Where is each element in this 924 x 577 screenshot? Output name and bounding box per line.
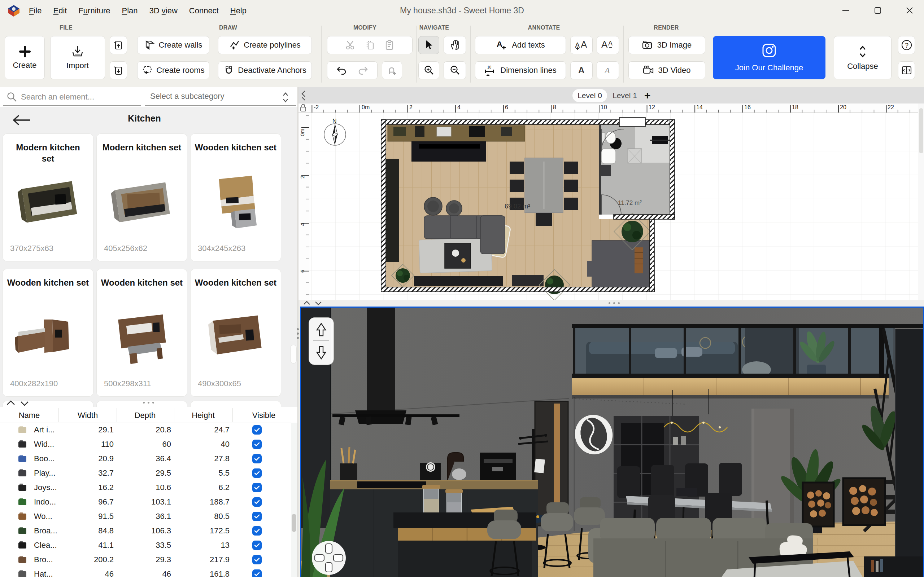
plan-scrollbar-thumb[interactable] bbox=[919, 108, 923, 153]
search-input[interactable] bbox=[21, 90, 136, 104]
add-furniture-button[interactable] bbox=[382, 61, 402, 79]
furniture-row[interactable]: Bro... 200.2 29.3 217.9 bbox=[0, 553, 291, 567]
plan-tall-cabinet[interactable] bbox=[386, 159, 399, 262]
undo-icon[interactable] bbox=[336, 65, 347, 76]
furniture-row[interactable]: Art i... 29.1 20.8 24.7 bbox=[0, 423, 291, 437]
furniture-list-scrollbar[interactable] bbox=[291, 423, 297, 577]
select-tool-button[interactable] bbox=[418, 36, 439, 54]
create-walls-button[interactable]: Create walls bbox=[137, 36, 209, 54]
add-level-button[interactable]: + bbox=[644, 88, 651, 103]
import-button[interactable]: Import bbox=[50, 36, 105, 79]
elevation-control[interactable] bbox=[309, 318, 334, 365]
close-button[interactable] bbox=[901, 3, 918, 18]
italic-button[interactable]: A bbox=[597, 61, 619, 79]
catalog-item-card[interactable]: Wooden kitchen set 400x282x190 bbox=[3, 269, 93, 396]
minimize-button[interactable] bbox=[837, 3, 854, 18]
catalog-splitter-handle[interactable] bbox=[143, 402, 154, 403]
plan-tv-unit[interactable] bbox=[414, 275, 544, 286]
catalog-scrollbar-thumb[interactable] bbox=[290, 345, 297, 364]
column-header-height[interactable]: Height bbox=[181, 409, 225, 422]
visible-checkbox[interactable] bbox=[252, 440, 262, 449]
visible-checkbox[interactable] bbox=[252, 483, 262, 492]
visible-checkbox[interactable] bbox=[252, 454, 262, 463]
create-3d-video-button[interactable]: 3D Video bbox=[628, 61, 705, 79]
furniture-row[interactable]: Hat... 46 46 161.8 bbox=[0, 567, 291, 577]
zoom-out-button[interactable] bbox=[444, 61, 466, 79]
furniture-list-scrollbar-thumb[interactable] bbox=[292, 514, 296, 532]
furniture-row[interactable]: Clea... 41.1 33.5 13 bbox=[0, 538, 291, 553]
plan-view[interactable]: 69.02 m² 11.72 m² N -2 0m 2 4 6 8 10 12 … bbox=[299, 103, 924, 300]
column-header-depth[interactable]: Depth bbox=[123, 409, 167, 422]
plan-entrance-door[interactable] bbox=[619, 118, 645, 127]
column-header-name[interactable]: Name bbox=[7, 409, 51, 422]
help-button[interactable]: ? bbox=[898, 36, 915, 54]
create-rooms-button[interactable]: Create rooms bbox=[137, 61, 209, 79]
dimension-lines-button[interactable]: 10 Dimension lines bbox=[475, 61, 566, 79]
deactivate-anchors-button[interactable]: Deactivate Anchors bbox=[218, 61, 312, 79]
create-button[interactable]: Create bbox=[5, 36, 45, 79]
cut-icon[interactable] bbox=[345, 40, 356, 50]
furniture-row[interactable]: Broa... 84.8 106.3 172.5 bbox=[0, 524, 291, 538]
plan-3d-splitter[interactable] bbox=[299, 300, 924, 306]
dpad-right-icon[interactable] bbox=[333, 554, 343, 561]
visible-checkbox[interactable] bbox=[252, 526, 262, 535]
splitter-collapse-arrows[interactable] bbox=[302, 300, 326, 306]
dpad-left-icon[interactable] bbox=[315, 554, 324, 561]
catalog-item-card[interactable]: Wooden kitchen set 490x300x65 bbox=[191, 269, 281, 396]
subcategory-select[interactable]: Select a subcategory bbox=[150, 92, 224, 101]
dpad-control[interactable] bbox=[312, 541, 346, 575]
catalog-item-card-partial[interactable] bbox=[97, 401, 187, 407]
dpad-up-icon[interactable] bbox=[326, 544, 332, 553]
create-3d-image-button[interactable]: 3D Image bbox=[628, 36, 705, 54]
maximize-button[interactable] bbox=[869, 3, 886, 18]
plan-coffee-table[interactable] bbox=[445, 243, 471, 268]
dpad-down-icon[interactable] bbox=[326, 562, 332, 572]
redo-icon[interactable] bbox=[357, 65, 368, 76]
catalog-item-card-partial[interactable] bbox=[191, 401, 281, 407]
furniture-row[interactable]: Wo... 91.5 36.1 80.5 bbox=[0, 509, 291, 524]
toggle-panels-button[interactable] bbox=[898, 61, 915, 79]
catalog-item-card[interactable]: Modern kitchen set 405x256x62 bbox=[97, 134, 187, 261]
subcategory-stepper-icon[interactable] bbox=[280, 91, 291, 104]
catalog-item-card[interactable]: Modern kitchen set 370x275x63 bbox=[3, 134, 93, 261]
furniture-row[interactable]: Wid... 110 60 40 bbox=[0, 437, 291, 451]
furniture-row[interactable]: Joys... 16.2 10.6 6.2 bbox=[0, 480, 291, 495]
join-challenge-button[interactable]: Join Our Challenge bbox=[713, 36, 825, 79]
pan-tool-button[interactable] bbox=[444, 36, 466, 54]
column-header-width[interactable]: Width bbox=[66, 409, 110, 422]
copy-icon[interactable] bbox=[365, 40, 375, 50]
plan-stairs[interactable] bbox=[587, 240, 650, 287]
collapse-button[interactable]: Collapse bbox=[834, 36, 892, 79]
visible-checkbox[interactable] bbox=[252, 512, 262, 521]
plan-scrollbar[interactable] bbox=[918, 103, 924, 300]
tab-level-0[interactable]: Level 0 bbox=[572, 89, 607, 102]
visible-checkbox[interactable] bbox=[252, 541, 262, 550]
visible-checkbox[interactable] bbox=[252, 555, 262, 564]
import-library-button[interactable] bbox=[110, 36, 127, 54]
furniture-row[interactable]: Boo... 20.9 36.4 27.8 bbox=[0, 451, 291, 466]
visible-checkbox[interactable] bbox=[252, 497, 262, 507]
decrease-text-size-button[interactable]: AA bbox=[597, 36, 619, 54]
move-down-icon[interactable] bbox=[317, 347, 326, 359]
view-3d[interactable] bbox=[300, 306, 924, 577]
plan-kitchen-counter[interactable] bbox=[388, 126, 525, 141]
increase-text-size-button[interactable]: AA bbox=[570, 36, 593, 54]
visible-checkbox[interactable] bbox=[252, 569, 262, 577]
catalog-collapse-left-icon[interactable] bbox=[300, 89, 307, 102]
splitter-handle[interactable] bbox=[609, 302, 620, 304]
tab-level-1[interactable]: Level 1 bbox=[611, 89, 638, 102]
paste-icon[interactable] bbox=[384, 40, 395, 50]
move-up-icon[interactable] bbox=[317, 324, 326, 336]
catalog-collapse-arrows[interactable] bbox=[5, 400, 34, 407]
bold-button[interactable]: A bbox=[570, 61, 593, 79]
column-header-visible[interactable]: Visible bbox=[242, 409, 286, 422]
catalog-item-card[interactable]: Wooden kitchen set 500x298x311 bbox=[97, 269, 187, 396]
furniture-row[interactable]: Play... 32.7 29.5 5.5 bbox=[0, 466, 291, 480]
visible-checkbox[interactable] bbox=[252, 425, 262, 435]
add-texts-button[interactable]: A Add texts bbox=[475, 36, 566, 54]
zoom-in-button[interactable] bbox=[418, 61, 439, 79]
visible-checkbox[interactable] bbox=[252, 469, 262, 478]
export-library-button[interactable] bbox=[110, 61, 127, 79]
create-polylines-button[interactable]: Create polylines bbox=[218, 36, 312, 54]
furniture-row[interactable]: Indo... 96.7 103.1 188.7 bbox=[0, 495, 291, 509]
